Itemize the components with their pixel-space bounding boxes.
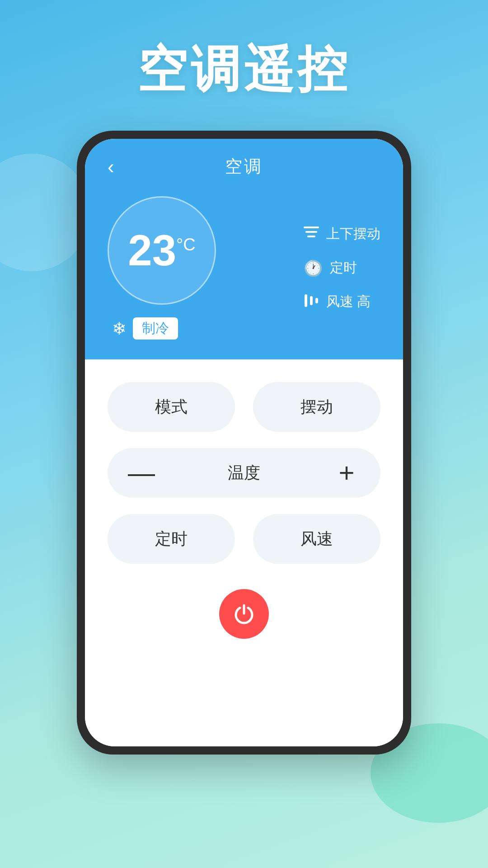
- wind-icon: [304, 293, 319, 311]
- mode-badge: 制冷: [133, 317, 178, 340]
- power-icon: [232, 602, 256, 626]
- phone-screen: ‹ 空调 23°C ❄ 制冷: [85, 139, 403, 746]
- temp-increase-button[interactable]: +: [331, 459, 362, 486]
- swing-button[interactable]: 摆动: [253, 382, 380, 432]
- power-button[interactable]: [219, 589, 269, 639]
- swing-label: 上下摆动: [326, 225, 380, 243]
- swing-info[interactable]: 上下摆动: [304, 225, 380, 243]
- temp-section: 23°C ❄ 制冷: [108, 196, 216, 340]
- svg-rect-4: [310, 296, 313, 305]
- timer-icon: 🕐: [304, 259, 323, 277]
- temperature-control-row: — 温度 +: [108, 448, 380, 498]
- screen-content-row: 23°C ❄ 制冷: [108, 196, 380, 340]
- svg-rect-3: [305, 294, 307, 307]
- mode-swing-row: 模式 摆动: [108, 382, 380, 432]
- temperature-value: 23°C: [128, 229, 195, 272]
- snowflake-icon: ❄: [112, 319, 127, 339]
- timer-info[interactable]: 🕐 定时: [304, 259, 357, 277]
- temperature-circle: 23°C: [108, 196, 216, 305]
- mode-row: ❄ 制冷: [112, 317, 216, 340]
- wind-speed-button[interactable]: 风速: [253, 514, 380, 564]
- right-info-panel: 上下摆动 🕐 定时 风速: [304, 225, 380, 311]
- timer-label: 定时: [330, 259, 357, 277]
- temp-decrease-button[interactable]: —: [126, 459, 157, 486]
- mode-button[interactable]: 模式: [108, 382, 235, 432]
- svg-rect-0: [304, 226, 319, 228]
- svg-rect-1: [305, 231, 317, 233]
- screen-header: ‹ 空调: [108, 155, 380, 178]
- wind-info[interactable]: 风速 高: [304, 292, 371, 311]
- screen-bottom-panel: 模式 摆动 — 温度 + 定时 风速: [85, 359, 403, 746]
- swing-icon: [304, 225, 319, 243]
- phone-mockup: ‹ 空调 23°C ❄ 制冷: [77, 131, 411, 755]
- svg-rect-2: [307, 236, 315, 237]
- screen-top-panel: ‹ 空调 23°C ❄ 制冷: [85, 139, 403, 359]
- timer-wind-row: 定时 风速: [108, 514, 380, 564]
- page-title: 空调遥控: [137, 36, 351, 104]
- temp-control-label: 温度: [228, 462, 260, 484]
- timer-button[interactable]: 定时: [108, 514, 235, 564]
- wind-speed-label: 风速 高: [326, 292, 371, 311]
- svg-rect-5: [315, 298, 318, 303]
- screen-title: 空调: [225, 155, 263, 178]
- back-button[interactable]: ‹: [108, 157, 114, 177]
